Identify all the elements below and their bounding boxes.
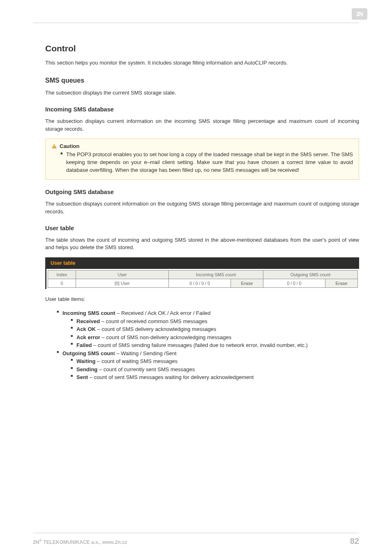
outgoing-count-label: Outgoing SMS coun <box>62 350 113 356</box>
list-item: Incoming SMS count – Received / Ack OK /… <box>57 309 359 349</box>
items-list: Incoming SMS count – Received / Ack OK /… <box>57 309 359 382</box>
sent-desc: – count of sent SMS messages waiting for… <box>88 374 254 380</box>
sent-label: Sent <box>76 374 88 380</box>
page-number: 82 <box>350 536 359 546</box>
list-item: Outgoing SMS count – Waiting / Sending /… <box>57 349 359 382</box>
list-item: Sending – count of currently sent SMS me… <box>71 365 359 374</box>
incoming-count-label: Incoming SMS count <box>62 310 115 316</box>
cell-index: 0 <box>48 279 76 288</box>
heading-user-table: User table <box>45 225 359 231</box>
page-footer: 2N® TELEKOMUNIKACE a.s., www.2n.cz 82 <box>33 533 359 546</box>
user-table-inner: Index User Incoming SMS count Outgoing S… <box>46 269 359 289</box>
user-table-title: User table <box>46 257 359 269</box>
svg-rect-0 <box>54 146 54 147</box>
cell-incoming: 0 / 0 / 0 / 0 <box>169 279 231 288</box>
erase-outgoing-button[interactable]: Erase <box>325 279 357 288</box>
list-item: Received – count of received common SMS … <box>71 317 359 326</box>
cell-outgoing: 0 / 0 / 0 <box>263 279 325 288</box>
failed-desc: – count of SMS sending failure messages … <box>92 342 308 348</box>
para-sms-queues: The subsection displays the current SMS … <box>45 89 359 97</box>
failed-label: Failed <box>76 342 92 348</box>
list-item: Ack error – count of SMS non-delivery ac… <box>71 333 359 342</box>
para-user-table: The table shows the count of incoming an… <box>45 236 359 252</box>
table-header-row: Index User Incoming SMS count Outgoing S… <box>48 271 358 279</box>
para-outgoing-db: The subsection displays current informat… <box>45 200 359 216</box>
caution-title-row: Caution <box>51 143 353 149</box>
brand-logo: 2N <box>352 8 367 20</box>
user-table: Index User Incoming SMS count Outgoing S… <box>48 270 358 288</box>
col-user: User <box>76 271 168 279</box>
para-control: This section helps you monitor the syste… <box>45 59 359 67</box>
sending-desc: – count of currently sent SMS messages <box>97 366 195 372</box>
col-outgoing: Outgoing SMS count <box>263 271 358 279</box>
waiting-desc: – count of waiting SMS messages <box>95 358 177 364</box>
table-row: 0 [0] User 0 / 0 / 0 / 0 Erase 0 / 0 / 0… <box>48 279 358 288</box>
received-desc: – count of received common SMS messages <box>100 318 208 324</box>
header-rule <box>33 23 359 23</box>
heading-control: Control <box>45 44 359 53</box>
ack-ok-label: Ack OK <box>76 326 96 332</box>
waiting-label: Waiting <box>76 358 95 364</box>
received-label: Received <box>76 318 100 324</box>
sending-label: Sending <box>76 366 97 372</box>
svg-rect-1 <box>54 147 54 148</box>
caution-title: Caution <box>60 143 79 149</box>
heading-outgoing-db: Outgoing SMS database <box>45 189 359 195</box>
ack-error-desc: – count of SMS non-delivery acknowledgin… <box>100 334 231 340</box>
list-item: Waiting – count of waiting SMS messages <box>71 357 359 365</box>
cell-user: [0] User <box>76 279 168 288</box>
user-table-panel: User table Index User Incoming SMS co <box>45 257 359 289</box>
incoming-count-desc: – Received / Ack OK / Ack error / Failed <box>115 310 211 316</box>
col-incoming: Incoming SMS count <box>169 271 263 279</box>
list-item: Failed – count of SMS sending failure me… <box>71 341 359 349</box>
footer-reg: ® <box>39 539 42 543</box>
ack-error-label: Ack error <box>76 334 100 340</box>
warning-icon <box>51 143 57 149</box>
para-items: User table items: <box>45 296 359 303</box>
erase-incoming-button[interactable]: Erase <box>231 279 263 288</box>
footer-brand: 2N <box>33 539 39 545</box>
caution-item: The POP3 protocol enables you to set how… <box>60 151 353 174</box>
footer-company: TELEKOMUNIKACE a.s., www.2n.cz <box>42 539 127 545</box>
outgoing-count-desc: t – Waiting / Sending /Sent <box>113 350 176 356</box>
caution-callout: Caution The POP3 protocol enables you to… <box>45 139 359 180</box>
list-item: Ack OK – count of SMS delivery acknowled… <box>71 325 359 333</box>
ack-ok-desc: – count of SMS delivery acknowledging me… <box>96 326 216 332</box>
list-item: Sent – count of sent SMS messages waitin… <box>71 373 359 382</box>
content-area: Control This section helps you monitor t… <box>33 44 359 382</box>
footer-left: 2N® TELEKOMUNIKACE a.s., www.2n.cz <box>33 539 127 545</box>
col-index: Index <box>48 271 76 279</box>
page: 2N Control This section helps you monito… <box>0 0 392 555</box>
heading-sms-queues: SMS queues <box>45 77 359 84</box>
heading-incoming-db: Incoming SMS database <box>45 106 359 113</box>
para-incoming-db: The subsection displays current informat… <box>45 118 359 133</box>
